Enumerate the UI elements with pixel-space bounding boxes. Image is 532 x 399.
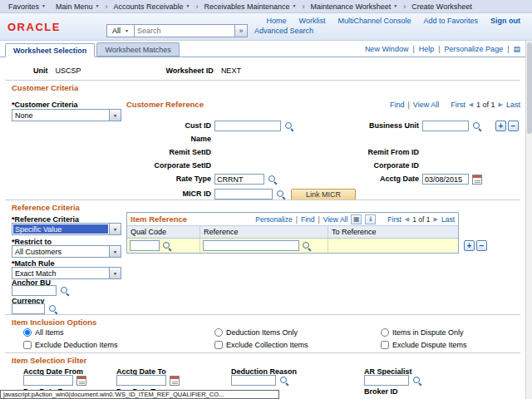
separator: | [412, 45, 414, 53]
business-unit-input[interactable] [422, 121, 469, 131]
vertical-scrollbar[interactable] [525, 41, 532, 399]
ar-specialist-lookup-icon[interactable] [412, 376, 422, 386]
chevron-down-icon: ▼ [109, 246, 121, 257]
acctg-date-to-input[interactable] [116, 375, 166, 386]
exclude-deduction-items-checkbox-input[interactable] [23, 341, 32, 349]
deduction-items-only-radio[interactable]: Deduction Items Only [214, 328, 298, 337]
menu-create-worksheet[interactable]: Create Worksheet [406, 0, 476, 13]
exclude-collection-items-checkbox-input[interactable] [214, 341, 223, 349]
cust-id-input[interactable] [214, 121, 281, 131]
search-submit-icon: » [239, 27, 243, 35]
to-reference-column-header: To Reference [328, 226, 458, 238]
new-window-link[interactable]: New Window [365, 45, 409, 53]
link-micr-button[interactable]: Link MICR [291, 189, 356, 200]
previous-page-icon[interactable]: ◀ [405, 216, 409, 223]
add-to-favorites-link[interactable]: Add to Favorites [423, 17, 478, 25]
separator: | [318, 215, 320, 224]
acctg-date-to-calendar-icon[interactable] [170, 376, 180, 386]
customer-criteria-dropdown[interactable]: None ▼ [12, 109, 121, 121]
customer-reference-first-link[interactable]: First [451, 101, 466, 109]
new-window-page-icon[interactable]: ▤ [513, 45, 520, 53]
delete-row-button[interactable]: − [476, 240, 487, 251]
grid-zoom-icon[interactable]: ▦ [351, 214, 362, 224]
menu-main-menu[interactable]: Main Menu ▼ [51, 0, 104, 13]
reference-lookup-icon[interactable] [302, 241, 312, 251]
item-reference-page-indicator: 1 of 1 [412, 215, 430, 224]
exclude-dispute-items-checkbox[interactable]: Exclude Dispute Items [381, 341, 467, 349]
delete-row-button[interactable]: − [508, 121, 519, 131]
menu-favorites[interactable]: Favorites ▼ [3, 0, 51, 13]
currency-input[interactable] [12, 303, 45, 314]
next-page-icon[interactable]: ▶ [499, 101, 503, 108]
search-input[interactable] [134, 24, 235, 37]
chevron-down-icon: ▼ [125, 29, 129, 33]
currency-lookup-icon[interactable] [48, 304, 58, 314]
ar-specialist-input[interactable] [364, 375, 409, 386]
personalize-page-link[interactable]: Personalize Page [445, 45, 504, 53]
exclude-deduction-items-checkbox[interactable]: Exclude Deduction Items [23, 341, 118, 349]
exclude-dispute-items-checkbox-input[interactable] [381, 341, 389, 349]
add-row-button[interactable]: + [464, 240, 475, 251]
field-row: Rate Type Acctg Date [126, 174, 520, 186]
micr-id-input[interactable] [214, 189, 273, 200]
acctg-date-from-calendar-icon[interactable] [76, 376, 86, 386]
exclude-collection-items-checkbox[interactable]: Exclude Collection Items [214, 341, 308, 349]
download-icon: ⇓ [367, 215, 373, 223]
unit-value: USCSP [56, 66, 81, 75]
scrollbar-thumb[interactable] [527, 42, 532, 134]
search-submit-button[interactable]: » [235, 24, 248, 37]
item-reference-personalize-link[interactable]: Personalize [255, 215, 292, 224]
reference-criteria-title: Reference Criteria [12, 203, 80, 212]
help-link[interactable]: Help [419, 45, 435, 53]
reference-input[interactable] [203, 240, 299, 251]
previous-page-icon[interactable]: ◀ [469, 101, 473, 108]
link-micr-button-label: Link MICR [306, 190, 341, 199]
qual-code-lookup-icon[interactable] [162, 241, 172, 251]
tab-worksheet-matches[interactable]: Worksheet Matches [96, 42, 179, 57]
menu-maintenance-worksheet[interactable]: Maintenance Worksheet ▼ [305, 0, 402, 13]
anchor-bu-input[interactable] [12, 285, 57, 296]
restrict-to-dropdown[interactable]: All Customers ▼ [12, 245, 121, 258]
items-in-dispute-only-radio[interactable]: Items in Dispute Only [381, 328, 464, 337]
customer-reference-view-all-link[interactable]: View All [413, 101, 439, 109]
add-row-button[interactable]: + [495, 121, 506, 131]
multichannel-console-link[interactable]: MultiChannel Console [337, 17, 411, 25]
business-unit-lookup-icon[interactable] [472, 121, 482, 131]
all-items-radio[interactable]: All Items [23, 328, 64, 337]
item-reference-first-link[interactable]: First [387, 215, 401, 224]
reference-criteria-dropdown[interactable]: Specific Value ▼ [12, 223, 121, 235]
peoplesoft-create-worksheet-page: Favorites ▼ Main Menu ▼ › Accounts Recei… [0, 0, 532, 399]
download-to-excel-icon[interactable]: ⇓ [365, 214, 376, 224]
cust-id-lookup-icon[interactable] [284, 121, 294, 131]
deduction-reason-input[interactable] [231, 375, 276, 386]
reference-criteria-section: Reference Criteria *Reference Criteria S… [5, 200, 520, 314]
rate-type-input[interactable] [214, 174, 264, 185]
sign-out-link[interactable]: Sign out [490, 17, 520, 25]
deduction-items-only-radio-input[interactable] [214, 328, 223, 337]
minus-icon: − [480, 242, 485, 250]
advanced-search-link[interactable]: Advanced Search [254, 27, 313, 35]
micr-id-lookup-icon[interactable] [276, 190, 286, 200]
plus-icon: + [467, 242, 472, 250]
acctg-date-calendar-icon[interactable] [472, 175, 482, 185]
item-reference-view-all-link[interactable]: View All [323, 215, 348, 224]
item-reference-find-link[interactable]: Find [301, 215, 315, 224]
match-rule-dropdown[interactable]: Exact Match ▼ [12, 267, 121, 279]
menu-receivables-maintenance[interactable]: Receivables Maintenance ▼ [199, 0, 301, 13]
acctg-date-from-input[interactable] [23, 375, 73, 386]
items-in-dispute-only-radio-input[interactable] [381, 328, 389, 337]
item-reference-last-link[interactable]: Last [441, 215, 455, 224]
customer-reference-find-link[interactable]: Find [390, 101, 405, 109]
customer-reference-last-link[interactable]: Last [506, 101, 520, 109]
rate-type-lookup-icon[interactable] [268, 175, 278, 185]
tab-worksheet-selection[interactable]: Worksheet Selection [5, 43, 95, 57]
menu-main-menu-label: Main Menu [56, 2, 93, 11]
all-items-radio-input[interactable] [23, 328, 32, 337]
deduction-reason-lookup-icon[interactable] [279, 376, 289, 386]
search-scope-dropdown[interactable]: All ▼ [106, 24, 134, 37]
next-page-icon[interactable]: ▶ [434, 216, 438, 223]
acctg-date-input[interactable] [422, 174, 469, 185]
qual-code-input[interactable] [130, 240, 160, 251]
menu-accounts-receivable[interactable]: Accounts Receivable ▼ [108, 0, 195, 13]
anchor-bu-lookup-icon[interactable] [60, 286, 70, 296]
